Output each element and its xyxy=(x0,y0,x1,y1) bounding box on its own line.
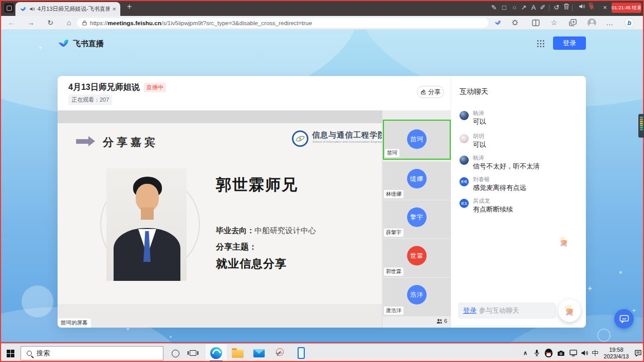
participant-tile[interactable]: 擎宇 薛擎宇 xyxy=(383,200,451,238)
tray-qq-icon[interactable] xyxy=(543,344,554,362)
scissors-icon: ✂ xyxy=(274,348,285,359)
taskbar-search-box[interactable]: 搜索 xyxy=(21,346,163,360)
home-icon[interactable]: ⌂ xyxy=(64,16,74,29)
window-menu-icon[interactable] xyxy=(4,3,14,13)
url-field[interactable]: https://meetings.feishu.cn/s/1iv5iipwjpm… xyxy=(77,18,488,28)
participant-tile-active[interactable]: 苗珂 苗珂 xyxy=(383,120,451,160)
chat-input[interactable]: 登录 参与互动聊天 xyxy=(458,302,556,319)
presentation-slide: 分享嘉宾 信息与通信工程学院 School of Information and… xyxy=(58,123,382,304)
split-screen-icon[interactable] xyxy=(530,16,541,29)
annotate-arrow-icon[interactable]: ↗ xyxy=(519,2,528,13)
stream-title: 4月13日师兄师姐说 xyxy=(68,82,140,93)
annotate-brush-icon[interactable]: ✐ xyxy=(538,2,547,13)
forward-icon[interactable]: → xyxy=(26,16,36,29)
participant-name-tag: 苗珂 xyxy=(385,149,399,157)
trash-icon[interactable] xyxy=(562,2,571,13)
annotate-pencil-icon[interactable]: ✎ xyxy=(489,2,499,13)
phone-icon xyxy=(298,347,305,359)
favorites-star-icon[interactable]: ☆ xyxy=(549,16,559,29)
taskbar-snip-button[interactable]: ✂ xyxy=(269,344,290,362)
apps-grid-icon[interactable] xyxy=(537,40,546,49)
chat-avatar xyxy=(459,111,469,120)
participant-name-tag: 郭世霖 xyxy=(384,268,403,276)
taskbar-phone-button[interactable] xyxy=(290,344,311,362)
microphone-muted-icon[interactable] xyxy=(586,2,596,13)
cortana-icon[interactable] xyxy=(172,350,179,357)
participant-tile[interactable]: 缇娜 林缇娜 xyxy=(383,162,451,200)
ring-decor xyxy=(597,329,611,342)
feedback-bubble-button[interactable] xyxy=(614,309,634,329)
extension-gear-icon[interactable] xyxy=(510,16,520,29)
live-stream-card: 4月13日师兄师姐说 直播中 正在观看：207 分享 分享嘉宾 信息与通信工程学… xyxy=(58,76,586,328)
close-recorder-icon[interactable]: × xyxy=(600,2,610,13)
refresh-icon[interactable]: ↻ xyxy=(45,16,56,29)
speaker-icon[interactable] xyxy=(577,2,586,13)
slide-arrow-icon xyxy=(88,136,95,146)
chat-login-link[interactable]: 登录 xyxy=(463,306,476,315)
tray-chevron-icon[interactable]: ∧ xyxy=(520,344,530,362)
tray-display-icon[interactable] xyxy=(567,344,579,362)
recording-timer-badge[interactable]: 01:21:45 结束 xyxy=(612,3,641,13)
tray-volume-icon[interactable] xyxy=(579,344,590,362)
speaker-name: 郭世霖师兄 xyxy=(216,175,298,196)
chat-sender: 房成龙 xyxy=(473,198,580,204)
participant-count[interactable]: 6 xyxy=(436,318,447,324)
dot-decor xyxy=(619,271,622,274)
browser-address-bar: ← → ↻ ⌂ https://meetings.feishu.cn/s/1iv… xyxy=(0,16,644,30)
url-scheme: https:// xyxy=(90,20,108,26)
search-placeholder: 搜索 xyxy=(36,349,50,358)
participant-avatar: 缇娜 xyxy=(407,169,427,188)
profile-avatar[interactable] xyxy=(587,18,596,27)
browser-tab[interactable]: 4月13日师兄师姐说-飞书直播 × xyxy=(15,2,120,16)
feishu-favicon-icon xyxy=(20,6,27,13)
more-menu-icon[interactable]: … xyxy=(604,16,615,29)
participant-tile[interactable]: 世霖 郭世霖 xyxy=(383,239,451,277)
tray-ime-indicator[interactable]: 中 xyxy=(590,344,600,362)
toolbar-divider xyxy=(572,5,573,11)
tab-title: 4月13日师兄师姐说-飞书直播 xyxy=(38,5,109,13)
tray-microphone-icon[interactable] xyxy=(531,344,542,362)
feishu-extension-icon[interactable] xyxy=(492,16,503,29)
recorder-dock-widget[interactable] xyxy=(638,114,644,138)
collections-icon[interactable] xyxy=(567,16,578,29)
tray-camera-icon[interactable] xyxy=(555,344,566,362)
feishu-live-logo[interactable]: 飞书直播 xyxy=(58,38,104,50)
annotate-rectangle-icon[interactable]: □ xyxy=(500,2,509,13)
sparkle-decor: + xyxy=(587,284,592,293)
taskbar-edge-button[interactable] xyxy=(206,344,227,362)
chat-text: 可以 xyxy=(473,141,580,149)
tray-clock[interactable]: 19:58 2023/4/13 xyxy=(600,344,632,362)
participant-tile[interactable]: 浩洋 唐浩洋 xyxy=(383,278,451,316)
undo-icon[interactable]: ↺ xyxy=(552,2,561,13)
login-button[interactable]: 登录 xyxy=(553,36,586,50)
windows-taskbar: 搜索 ✂ ∧ 中 19:58 2023/4/13 xyxy=(0,344,644,362)
new-tab-icon[interactable]: + xyxy=(127,2,132,11)
destination-label: 毕业去向： xyxy=(216,226,254,235)
url-path: /s/1iv5iipwjpm9t?src_type=3&disable_cros… xyxy=(161,20,312,26)
back-icon[interactable]: ← xyxy=(6,16,16,29)
chat-message: 春银 刘春银 感觉麦离得有点远 xyxy=(459,176,580,192)
annotate-text-icon[interactable]: A xyxy=(529,2,538,13)
chat-text: 感觉麦离得有点远 xyxy=(473,184,580,192)
notification-center-icon[interactable] xyxy=(632,344,643,362)
shared-screen-video[interactable]: 分享嘉宾 信息与通信工程学院 School of Information and… xyxy=(58,110,382,328)
clap-button[interactable] xyxy=(558,299,581,322)
screen-top-band xyxy=(58,110,382,123)
bing-discover-icon[interactable]: b xyxy=(624,18,634,28)
task-view-icon[interactable] xyxy=(190,350,196,356)
taskbar-explorer-button[interactable] xyxy=(227,344,248,362)
taskbar-mail-button[interactable] xyxy=(248,344,269,362)
start-button[interactable] xyxy=(7,350,14,357)
participant-avatar: 世霖 xyxy=(407,246,427,265)
share-button[interactable]: 分享 xyxy=(417,86,444,98)
tab-close-icon[interactable]: × xyxy=(112,6,116,12)
annotate-ellipse-icon[interactable]: ○ xyxy=(510,2,519,13)
mail-icon xyxy=(253,349,265,357)
share-icon xyxy=(420,89,426,95)
chat-input-placeholder: 参与互动聊天 xyxy=(479,306,519,315)
college-name-cn: 信息与通信工程学院 xyxy=(312,130,382,140)
destination-value: 中船研究设计中心 xyxy=(254,226,316,235)
chat-message: 杨涛 信号不太好，听不太清 xyxy=(459,155,580,170)
slide-arrow-icon xyxy=(76,139,88,144)
tab-audio-icon[interactable] xyxy=(29,6,35,12)
